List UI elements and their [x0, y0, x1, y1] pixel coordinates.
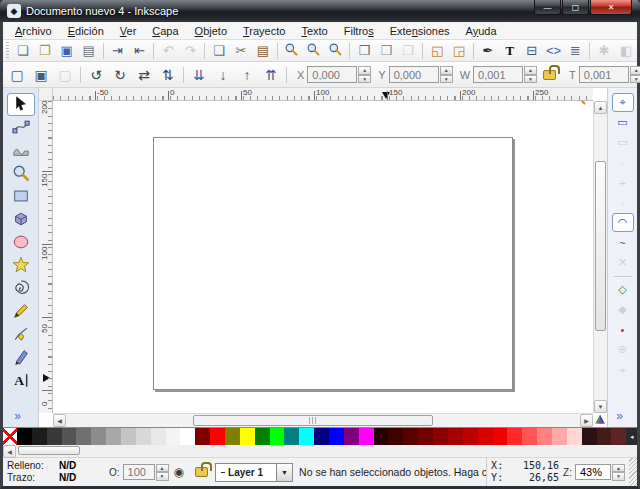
ruler-corner[interactable] [39, 88, 53, 101]
palette-scroll-left-button[interactable]: ◀ [3, 445, 16, 458]
opacity-input[interactable] [123, 464, 155, 480]
scroll-down-button[interactable]: ▼ [594, 400, 607, 413]
palette-scroll-thumb[interactable] [18, 446, 80, 455]
window-resize-grip[interactable] [629, 458, 637, 486]
toolbox-overflow-button[interactable]: » [14, 409, 21, 423]
tweak-tool[interactable] [7, 139, 35, 162]
layer-lock-icon[interactable] [195, 467, 208, 477]
color-managed-view-button[interactable] [593, 413, 607, 427]
zoom-input[interactable] [575, 464, 611, 480]
menu-ayuda[interactable]: Ayuda [458, 24, 505, 38]
horizontal-scrollbar[interactable]: ◀ ▶ [53, 413, 593, 427]
palette-swatch[interactable] [344, 428, 359, 445]
group-button[interactable]: ◱ [427, 41, 447, 61]
t-field[interactable] [579, 66, 629, 83]
export-button[interactable]: ⇤ [129, 41, 149, 61]
menu-texto[interactable]: Texto [293, 24, 335, 38]
raise-to-top-button[interactable]: ⇈ [260, 64, 282, 86]
palette-swatch[interactable] [374, 428, 389, 445]
opacity-spinner[interactable]: ▲▼ [156, 464, 169, 481]
layer-visibility-eye-icon[interactable]: ◉ [174, 465, 184, 479]
close-button[interactable]: ✕ [590, 0, 632, 15]
zoom-spinner[interactable]: ▲▼ [612, 464, 625, 481]
rotate-cw-button[interactable]: ↻ [109, 64, 131, 86]
duplicate-button[interactable]: ❒ [354, 41, 374, 61]
menu-archivo[interactable]: Archivo [7, 24, 60, 38]
toolbar-grip[interactable] [4, 42, 11, 59]
node-editor-tool[interactable] [7, 116, 35, 139]
cut-button[interactable]: ✂ [231, 41, 251, 61]
w-field[interactable] [473, 66, 523, 83]
palette-swatch[interactable] [210, 428, 225, 445]
palette-swatch[interactable] [151, 428, 166, 445]
selector-tool[interactable] [7, 93, 35, 116]
menu-edicion[interactable]: Edición [60, 24, 112, 38]
fill-stroke-dialog-button[interactable]: ✒ [478, 41, 498, 61]
palette-swatch[interactable] [582, 428, 597, 445]
paste-button[interactable]: ▤ [253, 41, 273, 61]
print-button[interactable]: ▤ [79, 41, 99, 61]
create-clone-button[interactable]: ❒ [376, 41, 396, 61]
scroll-right-button[interactable]: ▶ [580, 414, 593, 427]
palette-swatch[interactable] [359, 428, 374, 445]
select-all-button[interactable]: ▢ [6, 64, 28, 86]
palette-swatch[interactable] [32, 428, 47, 445]
snapbar-overflow-button[interactable]: » [616, 409, 623, 423]
save-document-button[interactable]: ▣ [57, 41, 77, 61]
palette-swatch[interactable] [255, 428, 270, 445]
rectangle-tool[interactable] [7, 185, 35, 208]
align-dialog-button[interactable]: ≣ [565, 41, 585, 61]
pencil-tool[interactable] [7, 300, 35, 323]
palette-swatch[interactable] [537, 428, 552, 445]
x-field[interactable] [307, 66, 357, 83]
snap-line-midpoints-button[interactable]: • [612, 320, 634, 339]
maximize-button[interactable]: ▢ [562, 0, 589, 15]
palette-swatch[interactable] [418, 428, 433, 445]
palette-swatch[interactable] [597, 428, 612, 445]
snap-paths-button[interactable]: ~ [612, 233, 634, 252]
w-field-spinner[interactable]: ▲▼ [524, 66, 537, 83]
palette-swatch[interactable] [47, 428, 62, 445]
palette-swatch[interactable] [463, 428, 478, 445]
palette-scroll-button[interactable]: ◂ [626, 428, 637, 445]
x-field-spinner[interactable]: ▲▼ [358, 66, 371, 83]
stroke-value[interactable]: N/D [59, 472, 76, 484]
scroll-left-button[interactable]: ◀ [53, 414, 66, 427]
palette-swatch[interactable] [493, 428, 508, 445]
palette-swatch[interactable] [611, 428, 626, 445]
menu-objeto[interactable]: Objeto [187, 24, 235, 38]
text-tool[interactable]: A [7, 369, 35, 392]
star-tool[interactable] [7, 254, 35, 277]
canvas[interactable] [53, 101, 593, 413]
menu-capa[interactable]: Capa [144, 24, 186, 38]
ellipse-tool[interactable] [7, 231, 35, 254]
palette-swatch[interactable] [314, 428, 329, 445]
palette-swatch[interactable] [552, 428, 567, 445]
raise-button[interactable]: ↑ [236, 64, 258, 86]
select-all-layers-button[interactable]: ▣ [30, 64, 52, 86]
palette-swatch[interactable] [388, 428, 403, 445]
menu-trayecto[interactable]: Trayecto [235, 24, 293, 38]
text-dialog-button[interactable]: T [500, 41, 520, 61]
palette-swatch[interactable] [522, 428, 537, 445]
zoom-selection-button[interactable] [282, 41, 302, 61]
palette-swatch[interactable] [106, 428, 121, 445]
snap-nodes-button[interactable]: ◠ [612, 213, 634, 232]
palette-swatch[interactable] [166, 428, 181, 445]
zoom-tool[interactable] [7, 162, 35, 185]
ungroup-button[interactable]: ◲ [449, 41, 469, 61]
zoom-page-button[interactable] [326, 41, 346, 61]
spiral-tool[interactable] [7, 277, 35, 300]
title-bar[interactable]: ◆ Documento nuevo 4 - Inkscape — ▢ ✕ [0, 0, 640, 22]
no-color-swatch[interactable] [3, 428, 17, 445]
layer-dropdown-button[interactable]: ▼ [277, 463, 293, 482]
open-folder-button[interactable]: ❐ [35, 41, 55, 61]
palette-swatch[interactable] [62, 428, 77, 445]
vertical-scrollbar[interactable]: ▲ ▼ [593, 101, 607, 413]
palette-scrollbar[interactable]: ◀ [3, 445, 637, 458]
t-field-spinner[interactable]: ▲▼ [630, 66, 640, 83]
calligraphy-tool[interactable] [7, 346, 35, 369]
lock-ratio-icon[interactable] [543, 70, 556, 80]
snap-bounding-box-button[interactable]: ▭ [612, 113, 634, 132]
lower-button[interactable]: ↓ [212, 64, 234, 86]
